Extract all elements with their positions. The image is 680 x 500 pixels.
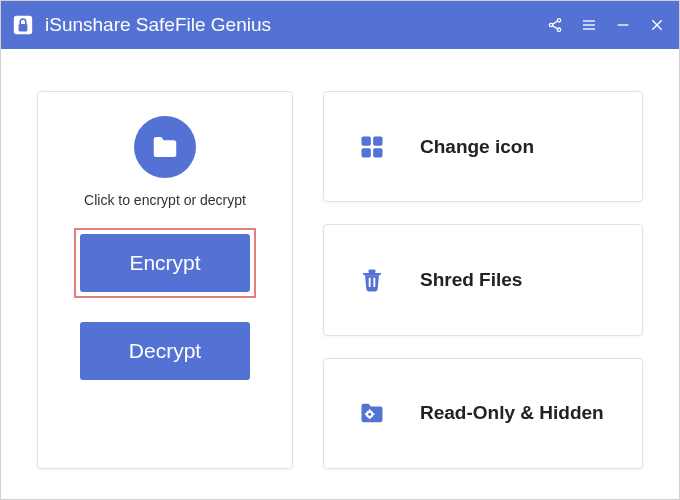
window-controls xyxy=(547,17,665,33)
svg-point-21 xyxy=(368,413,371,416)
encrypt-highlight: Encrypt xyxy=(74,228,256,298)
card-label: Change icon xyxy=(420,135,534,159)
app-title: iSunshare SafeFile Genius xyxy=(45,14,547,36)
svg-rect-24 xyxy=(365,414,367,416)
card-label: Read-Only & Hidden xyxy=(420,401,604,425)
svg-rect-1 xyxy=(19,24,28,31)
close-icon[interactable] xyxy=(649,17,665,33)
svg-rect-16 xyxy=(373,148,382,157)
svg-line-6 xyxy=(552,26,557,29)
menu-icon[interactable] xyxy=(581,17,597,33)
svg-rect-17 xyxy=(369,269,376,273)
folder-gear-icon xyxy=(350,399,394,427)
svg-rect-19 xyxy=(373,278,375,287)
svg-rect-18 xyxy=(369,278,371,287)
main-content: Click to encrypt or decrypt Encrypt Decr… xyxy=(1,49,679,499)
app-lock-icon xyxy=(11,13,35,37)
trash-icon xyxy=(350,265,394,295)
feature-cards: Change icon Shred Files xyxy=(323,91,643,469)
titlebar: iSunshare SafeFile Genius xyxy=(1,1,679,49)
decrypt-button[interactable]: Decrypt xyxy=(80,322,250,380)
svg-rect-25 xyxy=(373,414,375,416)
card-change-icon[interactable]: Change icon xyxy=(323,91,643,202)
encrypt-decrypt-panel: Click to encrypt or decrypt Encrypt Decr… xyxy=(37,91,293,469)
svg-rect-23 xyxy=(369,418,371,420)
share-icon[interactable] xyxy=(547,17,563,33)
svg-rect-13 xyxy=(362,136,371,145)
svg-rect-22 xyxy=(369,410,371,412)
folder-icon xyxy=(134,116,196,178)
card-label: Shred Files xyxy=(420,268,522,292)
card-shred-files[interactable]: Shred Files xyxy=(323,224,643,335)
minimize-icon[interactable] xyxy=(615,17,631,33)
encrypt-button[interactable]: Encrypt xyxy=(80,234,250,292)
grid-icon xyxy=(350,133,394,161)
card-readonly-hidden[interactable]: Read-Only & Hidden xyxy=(323,358,643,469)
svg-rect-14 xyxy=(373,136,382,145)
encrypt-hint: Click to encrypt or decrypt xyxy=(84,192,246,208)
svg-line-5 xyxy=(552,21,557,24)
svg-rect-15 xyxy=(362,148,371,157)
